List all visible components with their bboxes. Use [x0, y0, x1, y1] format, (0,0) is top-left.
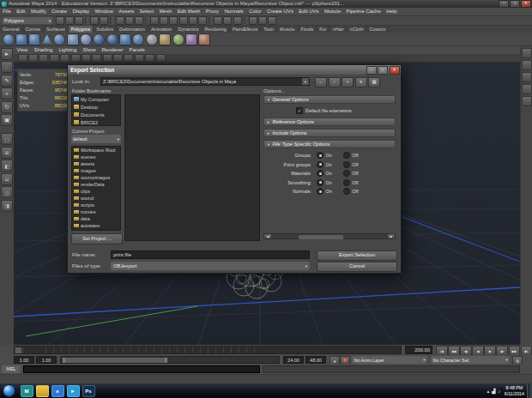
smooth-mesh-icon[interactable]	[172, 33, 184, 45]
shelf-tab-general[interactable]: General	[0, 26, 23, 33]
tray-network-icon[interactable]: ▟	[492, 389, 495, 394]
select-by-hierarchy-icon[interactable]	[116, 16, 124, 25]
menu-file[interactable]: File	[0, 8, 14, 15]
folder-sound[interactable]: sound	[72, 195, 120, 202]
poly-cube-icon[interactable]	[15, 33, 27, 45]
shelf-tab-surfaces[interactable]: Surfaces	[44, 26, 69, 33]
detail-view-button[interactable]: ▦	[368, 77, 380, 87]
set-project-button[interactable]: Set Project ...	[71, 233, 123, 244]
menu-create-uvs[interactable]: Create UVs	[264, 8, 296, 15]
file-list-area[interactable]	[124, 94, 260, 241]
menu-window[interactable]: Window	[92, 8, 116, 15]
menu-color[interactable]: Color	[246, 8, 264, 15]
shelf-tab-custom[interactable]: Custom	[367, 26, 390, 33]
taskbar-clock[interactable]: 8:48 PM 6/11/2014	[505, 385, 524, 396]
poly-gear-icon[interactable]	[146, 33, 158, 45]
tool-settings-icon[interactable]	[522, 60, 532, 70]
field-chart-icon[interactable]	[135, 54, 144, 62]
export-selection-button[interactable]: Export Selection	[317, 250, 397, 261]
section-file-type-specific-options[interactable]: ▼ File Type Specific Options	[263, 140, 396, 148]
channel-box-layer-editor-icon[interactable]	[522, 72, 532, 82]
bookmark-brice3[interactable]: BRICE3	[72, 118, 120, 126]
poly-cone-icon[interactable]	[42, 34, 52, 45]
lasso-select-tool-icon[interactable]: ◌	[1, 61, 13, 73]
list-view-button[interactable]: ≡	[355, 77, 367, 87]
shelf-tab-nhair[interactable]: nHair	[329, 26, 347, 33]
shelf-tab-muscle[interactable]: Muscle	[277, 26, 298, 33]
poly-sphere-icon[interactable]	[3, 33, 15, 45]
folder-assets[interactable]: assets	[72, 160, 120, 167]
menu-edit[interactable]: Edit	[14, 8, 28, 15]
ipr-render-icon[interactable]	[258, 16, 267, 25]
radio-on[interactable]	[317, 179, 323, 186]
taskbar-internet-explorer-icon[interactable]: e	[51, 385, 64, 397]
scroll-right-icon[interactable]: ▶	[388, 234, 395, 238]
radio-off[interactable]	[343, 179, 350, 186]
shelf-tab-rendering[interactable]: Rendering	[203, 26, 230, 33]
menu-assets[interactable]: Assets	[116, 8, 136, 15]
poly-soccer-ball-icon[interactable]	[93, 33, 105, 45]
section-general-options[interactable]: ▼ General Options	[263, 95, 396, 104]
minimize-button[interactable]: –	[499, 0, 509, 8]
taskbar-windows-explorer-icon[interactable]	[36, 385, 49, 397]
playback-end-field[interactable]: 24.00	[283, 356, 304, 364]
shelf-tab-toon[interactable]: Toon	[261, 26, 277, 33]
save-scene-icon[interactable]	[75, 16, 83, 25]
panel-menu-show[interactable]: Show	[80, 46, 99, 54]
poly-torus-icon[interactable]	[53, 33, 65, 45]
dialog-close-button[interactable]: ✕	[390, 66, 400, 75]
camera-attributes-icon[interactable]	[39, 54, 48, 62]
select-tool-icon[interactable]: ►	[1, 48, 13, 60]
folder-data[interactable]: data	[72, 215, 120, 222]
rotate-tool-icon[interactable]: ↻	[1, 101, 13, 113]
scale-tool-icon[interactable]: ▣	[1, 114, 13, 126]
hypershade-persp-layout-icon[interactable]: ◫	[1, 186, 13, 198]
anim-layer-dropdown[interactable]: No Anim Layer ▾	[352, 356, 427, 364]
menu-modify[interactable]: Modify	[28, 8, 49, 15]
character-set-dropdown[interactable]: No Character Set ▾	[431, 356, 510, 364]
shelf-tab-animation[interactable]: Animation	[148, 26, 175, 33]
modeling-toolkit-icon[interactable]	[522, 84, 532, 94]
animation-end-field[interactable]: 48.00	[305, 356, 326, 364]
safe-title-icon[interactable]	[156, 54, 166, 62]
radio-off[interactable]	[343, 161, 350, 168]
close-button[interactable]: ✕	[521, 0, 531, 8]
persp-graph-layout-icon[interactable]: ⊟	[1, 173, 13, 185]
image-plane-icon[interactable]	[60, 54, 70, 62]
undo-icon[interactable]	[90, 16, 99, 25]
outliner-icon[interactable]	[522, 96, 532, 106]
back-button[interactable]: ←	[315, 77, 327, 87]
render-settings-icon[interactable]	[268, 16, 276, 25]
attribute-editor-icon[interactable]	[522, 48, 532, 58]
shelf-tab-dynamics[interactable]: Dynamics	[175, 26, 202, 33]
film-gate-icon[interactable]	[103, 54, 112, 62]
grid-toggle-icon[interactable]	[92, 54, 101, 62]
range-end-handle[interactable]	[165, 358, 167, 363]
panel-menu-view[interactable]: View	[14, 46, 31, 54]
chevron-down-icon[interactable]: ▾	[302, 78, 309, 85]
shelf-tab-subdivs[interactable]: Subdivs	[94, 26, 117, 33]
menu-select[interactable]: Select	[136, 8, 156, 15]
gate-mask-icon[interactable]	[124, 54, 133, 62]
up-one-level-button[interactable]: ↑	[329, 77, 341, 87]
poly-cylinder-icon[interactable]	[28, 33, 40, 45]
snap-to-view-planes-icon[interactable]	[189, 16, 197, 25]
shelf-tab-polygons[interactable]: Polygons	[69, 26, 94, 33]
persp-outliner-layout-icon[interactable]: ◧	[1, 160, 13, 172]
folder-images[interactable]: images	[72, 167, 120, 174]
menu-edit-uvs[interactable]: Edit UVs	[296, 8, 322, 15]
menu-normals[interactable]: Normals	[221, 8, 246, 15]
shelf-tab-deformation[interactable]: Deformation	[117, 26, 148, 33]
section-include-options[interactable]: ► Include Options	[263, 129, 396, 137]
scroll-left-icon[interactable]: ◀	[264, 234, 271, 238]
range-slider-thumb[interactable]	[63, 358, 167, 363]
mel-toggle-button[interactable]: MEL	[2, 365, 21, 373]
menu-muscle[interactable]: Muscle	[322, 8, 343, 15]
radio-on[interactable]	[317, 161, 323, 168]
current-frame-marker[interactable]	[15, 347, 21, 353]
extrude-face-icon[interactable]	[198, 33, 210, 45]
dialog-title-bar[interactable]: Export Selection – □ ✕	[68, 65, 401, 75]
panel-menu-shading[interactable]: Shading	[31, 46, 56, 54]
move-tool-icon[interactable]: +	[1, 87, 13, 100]
folder-workspace-root[interactable]: Workspace Root	[72, 147, 120, 154]
